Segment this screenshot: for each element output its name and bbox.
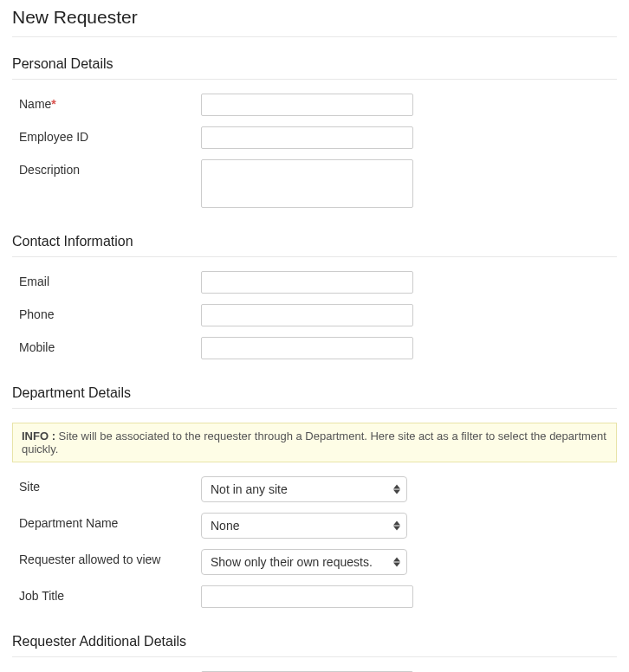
requester-view-label: Requester allowed to view <box>19 549 201 566</box>
field-mobile: Mobile <box>12 337 617 359</box>
field-job-title: Job Title <box>12 585 617 608</box>
field-site: Site Not in any site <box>12 476 617 502</box>
mobile-input[interactable] <box>201 337 413 359</box>
job-title-label: Job Title <box>19 585 201 603</box>
phone-label: Phone <box>19 304 201 321</box>
department-name-select[interactable]: None <box>201 513 407 539</box>
phone-input[interactable] <box>201 304 413 326</box>
section-department-title: Department Details <box>12 380 617 409</box>
section-personal-title: Personal Details <box>12 51 617 80</box>
site-select[interactable]: Not in any site <box>201 476 407 502</box>
email-input[interactable] <box>201 271 413 294</box>
department-info-box: INFO : Site will be associated to the re… <box>12 423 617 462</box>
section-contact-title: Contact Information <box>12 229 617 257</box>
name-input[interactable] <box>201 94 413 116</box>
field-name: Name* <box>12 94 617 116</box>
field-department-name: Department Name None <box>12 513 617 539</box>
requester-view-select[interactable]: Show only their own requests. <box>201 549 407 575</box>
name-label: Name* <box>19 94 201 111</box>
description-input[interactable] <box>201 159 413 208</box>
job-title-input[interactable] <box>201 585 413 608</box>
info-text: Site will be associated to the requester… <box>22 430 606 456</box>
page-title: New Requester <box>12 0 617 37</box>
site-label: Site <box>19 476 201 494</box>
field-email: Email <box>12 271 617 294</box>
field-requester-view: Requester allowed to view Show only thei… <box>12 549 617 575</box>
employee-id-label: Employee ID <box>19 126 201 144</box>
mobile-label: Mobile <box>19 337 201 354</box>
department-name-label: Department Name <box>19 513 201 530</box>
field-employee-id: Employee ID <box>12 126 617 149</box>
info-prefix: INFO : <box>22 430 55 443</box>
section-additional-title: Requester Additional Details <box>12 629 617 657</box>
description-label: Description <box>19 159 201 177</box>
field-description: Description <box>12 159 617 208</box>
email-label: Email <box>19 271 201 288</box>
required-indicator: * <box>51 97 55 111</box>
employee-id-input[interactable] <box>201 126 413 149</box>
field-phone: Phone <box>12 304 617 326</box>
